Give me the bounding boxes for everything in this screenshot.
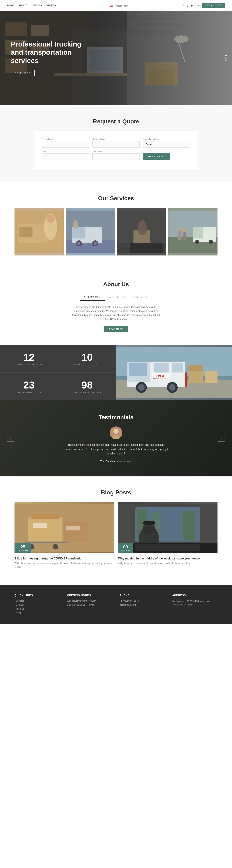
svg-rect-55 xyxy=(183,232,186,240)
svg-rect-73 xyxy=(185,372,187,387)
about-section: About Us OUR MISSION OUR VALUES OUR VISI… xyxy=(0,268,232,345)
stat-experience-number: 10 xyxy=(81,351,92,363)
hero-dot-2[interactable] xyxy=(225,57,227,59)
blog-img-2-svg xyxy=(118,502,218,553)
type-label: Type of departure xyxy=(143,138,190,140)
delivery-input[interactable] xyxy=(92,141,140,148)
pickup-input[interactable] xyxy=(42,141,89,148)
svg-point-68 xyxy=(169,384,176,391)
nav-social-ig[interactable]: ig xyxy=(187,4,188,7)
nav-about[interactable]: ABOUT ▾ xyxy=(19,4,29,7)
tab-vision[interactable]: OUR VISION xyxy=(129,294,153,301)
get-started-button[interactable]: GET STARTED xyxy=(143,153,170,160)
service-card-1[interactable] xyxy=(14,208,64,255)
navbar: HOME ABOUT ▾ NEWS ▾ PAGES ▾ 🚚 MENTER f i… xyxy=(0,0,232,11)
blog-post-2-content: Why moving in the middle of the week can… xyxy=(118,553,218,569)
svg-rect-53 xyxy=(178,230,182,240)
svg-text:FRAGILE: FRAGILE xyxy=(156,375,164,377)
stats-grid: 12 COUNTRIES COVERED 10 YEARS OF EXPERIE… xyxy=(0,345,116,400)
footer-col-address: Address Washington, USA 2016 Richmond Hw… xyxy=(172,594,218,616)
get-quote-button[interactable]: GET A QUOTE xyxy=(202,3,225,8)
delivery-group: Delivery location xyxy=(92,138,140,148)
testimonial-avatar xyxy=(110,427,122,439)
svg-rect-27 xyxy=(20,227,32,237)
footer-link-about[interactable]: › About us xyxy=(14,608,60,610)
nav-home[interactable]: HOME xyxy=(7,4,14,7)
footer-links-title: Quick Links xyxy=(14,594,60,597)
nav-news[interactable]: NEWS ▾ xyxy=(33,4,42,7)
svg-text:HANDLE WITH CARE: HANDLE WITH CARE xyxy=(153,378,168,379)
footer-phone-list: +1 (929) 987 - 5874 info@menter.org xyxy=(120,600,165,606)
blog-post-1[interactable]: 25 DECEMBER 8 tips for moving during the… xyxy=(14,502,114,572)
delivery-label: Delivery location xyxy=(92,138,140,140)
footer-phone-email[interactable]: info@menter.org xyxy=(120,603,165,606)
svg-rect-82 xyxy=(28,518,63,542)
service-img-1 xyxy=(14,208,64,255)
hero-dot-1[interactable] xyxy=(225,55,227,56)
blog-post-1-day: 25 xyxy=(17,545,29,550)
service-img-3 xyxy=(117,208,166,255)
svg-rect-70 xyxy=(205,371,218,383)
pickup-label: Pickup location xyxy=(42,138,89,140)
blog-post-1-month: DECEMBER xyxy=(17,550,29,552)
tab-values[interactable]: OUR VALUES xyxy=(105,294,129,301)
blog-post-1-content: 8 tips for moving during the COVID-19 pa… xyxy=(14,553,114,572)
stat-people-number: 98 xyxy=(81,379,92,391)
footer-link-services[interactable]: › Services xyxy=(14,600,60,602)
stats-van-svg: FRAGILE HANDLE WITH CARE xyxy=(116,347,232,398)
svg-rect-95 xyxy=(183,511,195,540)
stat-people-label: HARDWORKING PEOPLE xyxy=(73,392,101,394)
services-section: Our Services xyxy=(0,182,232,268)
testimonial-prev-button[interactable]: ‹ xyxy=(7,435,14,441)
blog-post-2-date: 09 JANUARY xyxy=(118,542,133,553)
service-card-3[interactable] xyxy=(117,208,166,255)
nav-social-fb[interactable]: f xyxy=(183,4,184,7)
type-select[interactable]: Select... Local Move Long Distance Offic… xyxy=(143,141,190,148)
tab-mission[interactable]: OUR MISSION xyxy=(80,294,105,301)
nav-social-gp[interactable]: g+ xyxy=(191,4,194,7)
service-card-2[interactable] xyxy=(66,208,115,255)
footer-phone-number[interactable]: +1 (929) 987 - 5874 xyxy=(120,600,165,602)
svg-rect-62 xyxy=(129,364,147,376)
blog-post-2[interactable]: 09 JANUARY Why moving in the middle of t… xyxy=(118,502,218,572)
svg-rect-63 xyxy=(154,364,168,372)
nav-pages[interactable]: PAGES ▾ xyxy=(46,4,56,7)
service-card-4[interactable] xyxy=(168,208,218,255)
svg-rect-64 xyxy=(172,364,183,372)
svg-point-87 xyxy=(53,544,59,550)
footer-links-list: › Services › Contacts › About us › News xyxy=(14,600,60,614)
footer-link-contacts[interactable]: › Contacts xyxy=(14,603,60,606)
svg-rect-83 xyxy=(32,514,59,519)
footer-col-phone: Phone +1 (929) 987 - 5874 info@menter.or… xyxy=(120,594,165,616)
testimonial-text: These guys are the best movers that I ha… xyxy=(62,443,170,456)
testimonial-author-role: , Project Manager xyxy=(116,460,132,462)
svg-rect-88 xyxy=(33,523,47,528)
blog-post-2-image: 09 JANUARY xyxy=(118,502,218,553)
svg-point-39 xyxy=(74,220,78,224)
hero-read-more-button[interactable]: READ MORE xyxy=(11,70,35,76)
stat-countries: 12 COUNTRIES COVERED xyxy=(0,345,58,372)
footer-link-news[interactable]: › News xyxy=(14,612,60,614)
hero-dot-3[interactable] xyxy=(225,60,227,61)
svg-rect-89 xyxy=(66,526,80,531)
hero-title: Professional trucking and transportation… xyxy=(11,40,87,65)
svg-point-78 xyxy=(113,429,119,434)
stat-people: 98 HARDWORKING PEOPLE xyxy=(58,372,116,400)
hero-dots xyxy=(225,55,227,61)
email-input[interactable] xyxy=(42,153,89,160)
footer-phone-title: Phone xyxy=(120,594,165,597)
testimonial-author-name: Tom Sanders xyxy=(101,460,115,463)
hero-section: Professional trucking and transportation… xyxy=(0,11,232,105)
blog-post-2-day: 09 xyxy=(121,545,130,550)
email-label: E-mail xyxy=(42,150,89,153)
service-img-4 xyxy=(168,208,218,255)
testimonial-next-button[interactable]: › xyxy=(218,435,225,441)
nav-right: f ig g+ in GET A QUOTE xyxy=(183,3,225,8)
svg-rect-44 xyxy=(130,243,163,253)
about-read-more-button[interactable]: READ MORE xyxy=(104,326,128,332)
phone-group: Your phone xyxy=(92,150,140,160)
phone-input[interactable] xyxy=(92,153,140,160)
nav-links: HOME ABOUT ▾ NEWS ▾ PAGES ▾ xyxy=(7,4,56,7)
pickup-group: Pickup location xyxy=(42,138,89,148)
nav-social-in[interactable]: in xyxy=(197,4,199,7)
